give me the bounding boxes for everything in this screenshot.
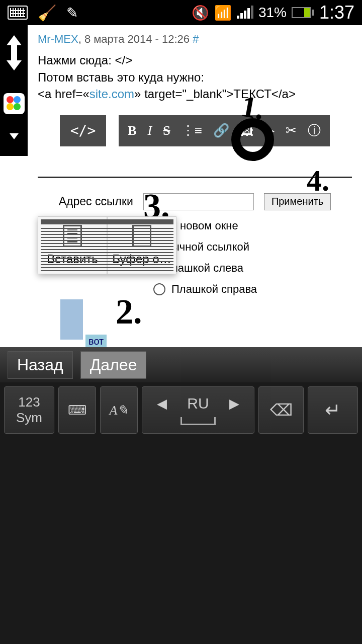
- divider: [38, 177, 352, 178]
- prev-lang-icon: ◀: [157, 396, 167, 412]
- page-content: Mr-MEX, 8 марта 2014 - 12:26 # Нажми сюд…: [28, 25, 362, 347]
- keyboard-icon: ⌨: [68, 403, 87, 418]
- language-key[interactable]: ◀RU▶: [142, 386, 254, 434]
- back-button[interactable]: Назад: [8, 351, 73, 379]
- annotation-1: 1.: [226, 91, 277, 156]
- post-author[interactable]: Mr-MEX: [38, 33, 78, 45]
- example-link[interactable]: site.com: [89, 87, 134, 101]
- keyboard-row: 123Sym ⌨ A✎ ◀RU▶ ⌫ ↵: [0, 382, 362, 438]
- link-form: Адрес ссылки Применить: [38, 193, 352, 210]
- app-switcher-icon[interactable]: [4, 93, 25, 114]
- italic-button[interactable]: I: [148, 123, 152, 138]
- document-icon: [132, 225, 151, 247]
- selected-text[interactable]: вот: [85, 335, 107, 348]
- handwriting-icon: A✎: [110, 403, 129, 418]
- keyboard-toggle-key[interactable]: ⌨: [58, 386, 96, 434]
- next-lang-icon: ▶: [229, 396, 239, 412]
- backspace-icon: ⌫: [270, 400, 293, 420]
- enter-icon: ↵: [325, 399, 341, 421]
- radio-option-2[interactable]: лашкой слева: [153, 262, 352, 275]
- scroll-down-button[interactable]: [7, 60, 22, 70]
- editor-toolbar: </> B I S ⋮≡ 🔗 🖼 ▶ ✂ ⓘ: [38, 115, 352, 146]
- next-button[interactable]: Далее: [80, 351, 147, 379]
- code-button[interactable]: </>: [60, 115, 106, 146]
- post-meta: Mr-MEX, 8 марта 2014 - 12:26 #: [38, 33, 352, 46]
- backspace-key[interactable]: ⌫: [258, 386, 304, 434]
- enter-key[interactable]: ↵: [308, 386, 358, 434]
- handwriting-key[interactable]: A✎: [100, 386, 138, 434]
- keyboard-nav: Назад Далее: [0, 347, 362, 382]
- new-window-label: В новом окне: [169, 219, 238, 232]
- post-permalink[interactable]: #: [193, 33, 199, 45]
- post-line2: Потом вставь это куда нужно:: [38, 69, 352, 86]
- keyboard: Назад Далее 123Sym ⌨ A✎ ◀RU▶ ⌫ ↵: [0, 347, 362, 644]
- side-nav: [0, 25, 28, 156]
- status-bar: 🧹 ✎ 🔇 📶 31% 1:37: [0, 0, 362, 25]
- post-date: 8 марта 2014 - 12:26: [84, 33, 190, 45]
- bold-button[interactable]: B: [128, 123, 136, 138]
- battery-icon: [292, 7, 314, 18]
- space-icon: [180, 417, 216, 425]
- format-toolbar: B I S ⋮≡ 🔗 🖼 ▶ ✂ ⓘ: [119, 115, 330, 146]
- mute-icon: 🔇: [192, 5, 209, 21]
- context-menu: Вставить Буфер о…: [38, 216, 176, 274]
- clock: 1:37: [319, 2, 354, 23]
- cleaner-icon: 🧹: [38, 4, 56, 22]
- annotation-4: 4.: [307, 164, 329, 198]
- link-style-radios: ычной ссылкой лашкой слева Плашкой справ…: [153, 240, 352, 296]
- battery-percent: 31%: [258, 5, 287, 21]
- cut-button[interactable]: ✂: [286, 123, 297, 138]
- list-button[interactable]: ⋮≡: [182, 123, 202, 138]
- radio-option-1[interactable]: ычной ссылкой: [153, 240, 352, 254]
- selection-handle-left[interactable]: [60, 299, 83, 340]
- radio-option-3[interactable]: Плашкой справа: [153, 283, 352, 296]
- expand-icon[interactable]: [10, 133, 19, 139]
- scroll-up-button[interactable]: [7, 35, 22, 45]
- post-code: <a href=«site.com» target="_blank">ТЕКСТ…: [38, 86, 352, 103]
- keyboard-indicator-icon: [8, 6, 28, 20]
- buffer-menu-item[interactable]: Буфер о…: [107, 216, 176, 274]
- post-body: Нажми сюда: </> Потом вставь это куда ну…: [38, 52, 352, 103]
- info-button[interactable]: ⓘ: [308, 122, 321, 139]
- address-label: Адрес ссылки: [59, 195, 133, 208]
- annotation-2: 2.: [116, 292, 142, 332]
- signal-icon: [237, 7, 253, 19]
- post-line1: Нажми сюда: </>: [38, 52, 352, 69]
- wifi-icon: 📶: [214, 5, 232, 21]
- strike-button[interactable]: S: [163, 123, 170, 138]
- sym-key[interactable]: 123Sym: [4, 386, 54, 434]
- pencil-icon: ✎: [66, 5, 78, 21]
